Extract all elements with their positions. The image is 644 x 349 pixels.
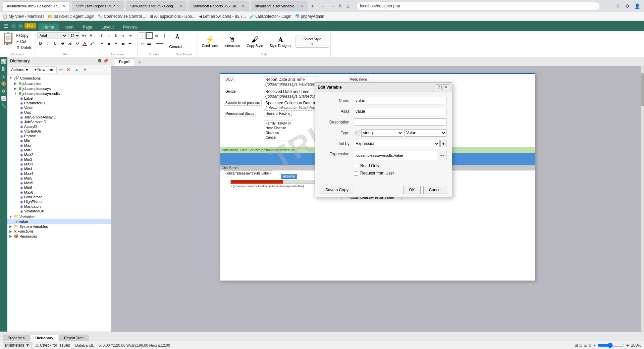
zoom-slider[interactable] bbox=[597, 344, 624, 347]
refresh-btn[interactable]: ↻ bbox=[337, 3, 344, 9]
bookmark-mantisbt[interactable]: 📋 My View - MantisBT bbox=[3, 14, 44, 19]
tab-variable[interactable]: stimulsoft js set variable expre... ✕ bbox=[251, 1, 308, 11]
subscript-btn[interactable]: x₂ bbox=[67, 40, 73, 47]
zoom-out-btn[interactable]: - bbox=[594, 343, 595, 348]
tree-field-parameterid[interactable]: ◉ ParameterID bbox=[7, 101, 111, 105]
tab-variable-close[interactable]: ✕ bbox=[301, 4, 304, 8]
tree-field-min3[interactable]: ◉ Min3 bbox=[7, 157, 111, 162]
cut-btn[interactable]: ✂ Cut bbox=[15, 39, 34, 44]
tab-stimuljs[interactable]: Stimulsoft Reports.JS - Stimul... ✕ bbox=[189, 1, 249, 11]
bookmark-osticket[interactable]: 🎫 osTicket :: Agent Login bbox=[48, 14, 94, 19]
readonly-checkbox[interactable] bbox=[354, 164, 358, 168]
left-icon-vars[interactable]: Σ bbox=[2, 73, 6, 80]
textfmt-general-btn[interactable]: General bbox=[172, 43, 179, 50]
tab-insert[interactable]: Insert bbox=[59, 23, 78, 31]
align-left-btn[interactable]: ≡ bbox=[99, 40, 105, 47]
align-top-btn[interactable]: ⬆ bbox=[99, 32, 105, 39]
bookmark-connectwise[interactable]: 🔧 ConnectWise Control ... bbox=[98, 14, 146, 19]
italic-btn[interactable]: I bbox=[45, 40, 51, 47]
rpt-field-jsar-label[interactable]: {jobsampleassayresults.Label} bbox=[224, 170, 272, 176]
bookmark-leftarrow[interactable]: ◀ Left arrow icons - 85,7... bbox=[199, 14, 246, 19]
tab-designer[interactable]: ayumetrix06.mrt - Designer [Trial] ✕ bbox=[3, 1, 70, 11]
rpt-field-family-hist1[interactable]: Family History ofHear DiseaseDiabetesCan… bbox=[264, 120, 292, 141]
left-icon-tools[interactable]: 🔧 bbox=[0, 103, 7, 109]
new-item-btn[interactable]: + New Item bbox=[32, 66, 57, 73]
tree-field-startedon[interactable]: ◉ StartedOn bbox=[7, 129, 111, 134]
conditions-btn[interactable]: ⚡ Conditions bbox=[199, 35, 220, 48]
font-shrink-btn[interactable]: A- bbox=[88, 32, 95, 39]
tree-field-assayd[interactable]: ◉ AssayD bbox=[7, 124, 111, 129]
left-icon-data[interactable]: 🗄 bbox=[1, 66, 7, 72]
tree-field-jobsampleid[interactable]: ◉ JobSampleID bbox=[7, 119, 111, 124]
address-bar[interactable]: localhost/designer.php bbox=[356, 2, 600, 10]
tree-field-max3[interactable]: ◉ Max3 bbox=[7, 162, 111, 166]
tree-var-value[interactable]: ◈ value bbox=[7, 219, 111, 224]
tree-section-sysvars[interactable]: ▶ 📁 System Variables bbox=[7, 224, 111, 229]
tree-item-connections[interactable]: ▼ 🔗 Connections bbox=[7, 75, 111, 81]
tab-forum[interactable]: Stimulsoft js forum - Google S... ✕ bbox=[126, 1, 186, 11]
cancel-btn[interactable]: Cancel bbox=[423, 186, 447, 194]
rpt-field-medications[interactable]: Medications bbox=[348, 77, 369, 82]
profile-btn[interactable]: 👤 bbox=[633, 3, 641, 9]
alias-input[interactable] bbox=[354, 108, 446, 115]
tab-designer-close[interactable]: ✕ bbox=[63, 4, 65, 8]
tab-reports-php[interactable]: Stimulsoft Reports.PHP ✕ bbox=[72, 1, 124, 11]
tree-field-label[interactable]: ◉ Label bbox=[7, 96, 111, 101]
canvas-tab-add[interactable]: + bbox=[136, 58, 144, 66]
bold-btn[interactable]: B bbox=[37, 40, 44, 47]
font-color-btn[interactable]: A bbox=[82, 40, 88, 47]
tree-field-jobsampleassayid[interactable]: ◉ JobSampleAssayID bbox=[7, 115, 111, 119]
tree-section-variables[interactable]: ▼ 📁 Variables bbox=[7, 214, 111, 219]
fill-color-btn[interactable]: ▬ bbox=[146, 40, 153, 47]
align-middle-btn[interactable]: ↕ bbox=[106, 32, 112, 39]
tree-field-max[interactable]: ◉ Max bbox=[7, 143, 111, 148]
tree-field-lowphrase[interactable]: ◉ LowPhrase bbox=[7, 195, 111, 199]
dict-delete-btn[interactable]: ✕ bbox=[65, 66, 72, 73]
border-none-btn[interactable]: ▭ bbox=[153, 32, 160, 39]
tree-field-min6[interactable]: ◉ Min6 bbox=[7, 185, 111, 190]
align-center-btn[interactable]: ☰ bbox=[106, 40, 112, 47]
left-icon-params[interactable]: ⚙ bbox=[1, 88, 6, 94]
font-grow-btn[interactable]: A+ bbox=[81, 32, 88, 39]
tree-field-min4[interactable]: ◉ Min4 bbox=[7, 166, 111, 171]
units-btn[interactable]: Millimeters ▼ bbox=[3, 342, 32, 348]
tree-section-resources[interactable]: ▶ 📦 Resources bbox=[7, 234, 111, 239]
new-tab-btn[interactable]: + bbox=[310, 3, 315, 9]
tree-field-unit[interactable]: ◉ Unit bbox=[7, 110, 111, 115]
bottom-tab-dictionary[interactable]: Dictionary bbox=[30, 335, 58, 341]
app-file-btn[interactable]: File bbox=[24, 23, 36, 29]
name-input[interactable] bbox=[354, 97, 446, 104]
panel-settings-icon[interactable]: ⚙ bbox=[98, 58, 102, 63]
tree-field-min5[interactable]: ◉ Min5 bbox=[7, 176, 111, 181]
type-category-select[interactable]: Value List Range bbox=[405, 129, 446, 137]
tree-field-phrase[interactable]: ◉ Phrase bbox=[7, 134, 111, 138]
left-icon-chart[interactable]: 📈 bbox=[0, 95, 7, 102]
strikethrough-btn[interactable]: S bbox=[59, 40, 66, 47]
tree-field-highphrase[interactable]: ◉ HighPhrase bbox=[7, 199, 111, 204]
tree-field-max2[interactable]: ◉ Max2 bbox=[7, 152, 111, 157]
tree-field-mandatory[interactable]: ◉ Mandatory bbox=[7, 204, 111, 209]
expression-input[interactable] bbox=[354, 151, 437, 160]
tree-field-max5[interactable]: ◉ Max5 bbox=[7, 181, 111, 185]
interaction-btn[interactable]: 🖱 Interaction bbox=[222, 35, 243, 48]
paste-btn[interactable]: 📋 Paste bbox=[2, 32, 14, 46]
line-style-btn[interactable]: ─── bbox=[153, 40, 166, 47]
align-bottom-btn[interactable]: ⬇ bbox=[113, 32, 119, 39]
app-undo-btn[interactable]: ↩ bbox=[11, 23, 16, 29]
tab-page[interactable]: Page bbox=[78, 23, 97, 31]
app-menu-btn[interactable]: ☰ bbox=[1, 22, 10, 30]
tab-forum-close[interactable]: ✕ bbox=[179, 4, 182, 8]
rpt-field-received-dt[interactable]: Received Date and Time {jobsampleassays.… bbox=[264, 89, 317, 99]
rpt-field-gender[interactable]: Gender bbox=[224, 89, 238, 94]
dict-edit-btn[interactable]: ✏ bbox=[57, 66, 64, 73]
superscript-btn[interactable]: x² bbox=[74, 40, 81, 47]
tree-field-max4[interactable]: ◉ Max4 bbox=[7, 171, 111, 176]
copy-style-btn[interactable]: 🖌 Copy Style bbox=[244, 35, 266, 48]
tree-field-max6[interactable]: ◉ Max6 bbox=[7, 190, 111, 195]
canvas-vscrollbar[interactable] bbox=[641, 66, 644, 332]
border-color-btn[interactable]: ▱ bbox=[139, 40, 146, 47]
description-input[interactable] bbox=[354, 118, 446, 126]
check-issues-btn[interactable]: ⚠ Check for Issues bbox=[35, 343, 70, 348]
expression-edit-btn[interactable]: ✏ bbox=[438, 151, 446, 160]
rpt-field-report-dt[interactable]: Report Date and Time {jobsampleassays.Va… bbox=[264, 77, 318, 87]
